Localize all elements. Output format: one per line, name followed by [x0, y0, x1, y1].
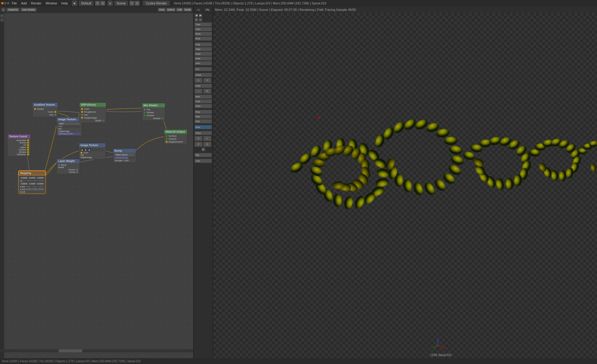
scale-btn[interactable]: Scal — [194, 36, 212, 41]
axes-indicator: X Y Z — [430, 335, 445, 349]
divider3 — [194, 72, 212, 72]
node-scrollbar[interactable] — [0, 349, 194, 352]
image-texture-2-node[interactable]: Image Texture ▣ ▣ ▣ Color Flat — [79, 143, 106, 160]
add-menu[interactable]: Add — [176, 8, 183, 12]
transform-btn[interactable]: Tran — [194, 22, 212, 27]
link-btn[interactable]: Link — [194, 159, 212, 163]
menu-render[interactable]: Render — [29, 1, 43, 6]
rotate-btn[interactable]: Rota — [194, 32, 212, 36]
workspace-selector[interactable]: Default — [79, 1, 93, 6]
bump-header: Bump — [113, 149, 136, 153]
remove-tool-btn[interactable]: − — [199, 18, 202, 22]
svg-point-81 — [550, 170, 559, 181]
close-scene-btn[interactable]: ✕ — [135, 1, 139, 6]
node-canvas[interactable]: ↖ ↔ — [0, 13, 193, 358]
diff-glossy-node[interactable]: Diff+Glossy Color Roughness Fac — [79, 102, 106, 123]
texture-coordinate-node[interactable]: Texture Coord Generated Normal UV — [7, 134, 31, 157]
image-texture-1-body: 2282 Color Flat SingleImage Part Fac(s):… — [57, 121, 82, 136]
render-canvas[interactable]: X Y Z (339) Spiral.010 — [213, 13, 597, 358]
gradient-texture-node[interactable]: Gradient Texture Radial Color Fac — [32, 102, 58, 117]
image-texture-1-header: Image Texture — [57, 117, 82, 121]
mix-shader-header: Mix Shader — [142, 103, 165, 107]
scene-selector[interactable]: Scene — [115, 1, 128, 6]
calc-btn[interactable]: Calc — [194, 99, 212, 104]
status-bar: Verts:14260 | Faces:14168 | Tris:28336 |… — [171, 1, 596, 5]
select-menu[interactable]: Select — [166, 8, 176, 12]
material-output-body: Surface Volume Displacement — [164, 134, 187, 144]
gradient-texture-body: Radial Color Fac — [33, 107, 58, 117]
mapping-header: Mapping — [19, 171, 46, 175]
add-scene-btn[interactable]: + — [130, 1, 134, 6]
svg-point-13 — [353, 194, 366, 210]
props-obj-tab[interactable]: Obj — [205, 8, 209, 11]
draw-u-btn[interactable]: U — [201, 148, 205, 151]
shading-s-btn[interactable]: S — [194, 78, 203, 83]
shading-btn[interactable]: Shad — [194, 73, 212, 77]
object-info-text: (339) Spiral.010 — [430, 353, 451, 357]
node-header-label: Material — [6, 8, 20, 12]
menu-help[interactable]: Help — [60, 1, 70, 6]
layer-weight-body: Blend Radial Fresnel Facing — [57, 163, 80, 174]
rig-btn[interactable]: Rig — [194, 153, 212, 157]
blender-logo — [1, 2, 9, 4]
cursor-indicator — [317, 116, 320, 119]
add-tool-btn[interactable]: + — [194, 18, 198, 22]
props-ac-tab[interactable]: Ac — [197, 8, 200, 11]
rep2-btn[interactable]: Rep — [194, 114, 212, 119]
scrollbar-thumb[interactable] — [59, 349, 82, 352]
duplicate-btn[interactable]: Dupl — [194, 52, 212, 56]
loc-btn[interactable]: Loc — [194, 67, 212, 71]
svg-point-42 — [448, 145, 463, 155]
top-menu-bar: File Add Render Window Help ▣ Default + … — [0, 0, 597, 6]
layer-weight-node[interactable]: Layer Weight Blend Radial Fresnel Facing — [56, 159, 80, 174]
node-menu[interactable]: Node — [183, 8, 192, 12]
svg-text:Y: Y — [431, 347, 433, 349]
hist-btn[interactable]: Hist — [194, 119, 212, 123]
image-texture-2-header: Image Texture — [79, 143, 105, 147]
spiral-render — [213, 13, 597, 358]
menu-window[interactable]: Window — [44, 1, 59, 6]
join-btn[interactable]: Join — [194, 61, 212, 65]
shading-f-btn[interactable]: F — [203, 78, 211, 83]
object-btn[interactable]: Obje — [194, 47, 212, 51]
bump-node[interactable]: Bump Object Space Strength: 1.000 — [113, 148, 136, 163]
svg-text:X: X — [444, 347, 445, 349]
keyframe-i-btn[interactable]: I — [194, 89, 203, 94]
view-menu[interactable]: View — [158, 8, 166, 12]
menu-file[interactable]: File — [10, 1, 19, 6]
material-output-node[interactable]: Material Output Surface Volume Displacem… — [164, 129, 187, 144]
keyframe-toggle-row: I R — [194, 88, 212, 94]
svg-line-100 — [433, 345, 438, 348]
svg-point-64 — [505, 177, 514, 190]
origin-btn[interactable]: Orig — [194, 42, 212, 47]
mapping-node[interactable]: Mapping -0.0000 -0.0000 -0.0000 Lo -0 — [18, 170, 46, 194]
grease-btn[interactable]: Grea — [194, 131, 212, 135]
draw-e-btn[interactable]: E — [203, 142, 211, 147]
new-btn[interactable]: New — [194, 125, 212, 129]
image-texture-1-node[interactable]: Image Texture 2282 Color Flat SingleImag… — [56, 117, 82, 136]
use-nodes-btn[interactable]: Use Nodes — [21, 8, 37, 12]
node-type-icon[interactable]: ◎ — [1, 8, 5, 12]
keyframe-btn[interactable]: Keyf — [194, 84, 212, 88]
props-toggle-icon2[interactable]: ▶ — [199, 13, 202, 17]
menu-add[interactable]: Add — [19, 1, 29, 6]
draw-p-btn[interactable]: P — [194, 142, 203, 147]
draw-l-btn[interactable]: L — [203, 136, 211, 141]
select-tool-btn[interactable]: ↖ — [0, 14, 4, 18]
props-toggle-icon[interactable]: ◀ — [194, 13, 198, 17]
node-left-toolbar: ↖ ↔ — [0, 13, 4, 358]
add-workspace-btn[interactable]: + — [95, 1, 100, 6]
rep1-btn[interactable]: Rep — [194, 110, 212, 114]
delete-btn[interactable]: Dele — [194, 56, 212, 61]
draw-d-btn[interactable]: D — [194, 136, 203, 141]
close-workspace-btn[interactable]: ✕ — [100, 1, 105, 6]
mix-shader-node[interactable]: Mix Shader Fac Shader Shader — [142, 103, 165, 121]
transform-btn2[interactable]: Tran — [194, 27, 212, 31]
motion-btn[interactable]: Moti — [194, 94, 212, 99]
keyframe-r-btn[interactable]: R — [203, 89, 211, 94]
translate-tool-btn[interactable]: ↔ — [0, 18, 4, 22]
image-texture-2-body: ▣ ▣ ▣ Color Flat SingleImage — [79, 147, 105, 159]
material-output-header: Material Output — [164, 130, 187, 134]
render-engine-selector[interactable]: Cycles Render — [143, 1, 169, 6]
clean-btn[interactable]: Clea — [194, 104, 212, 108]
